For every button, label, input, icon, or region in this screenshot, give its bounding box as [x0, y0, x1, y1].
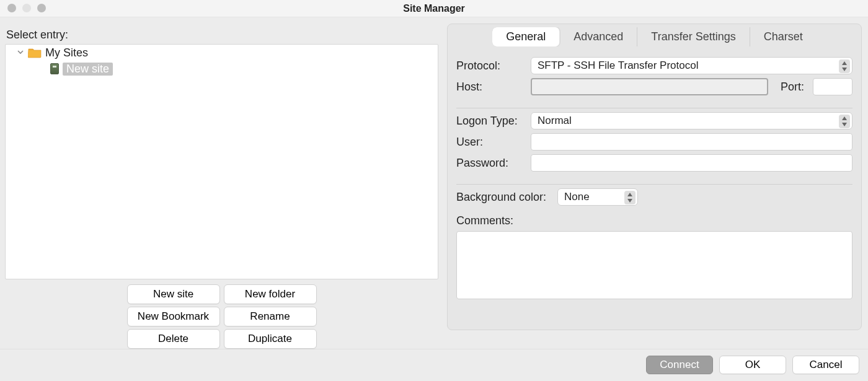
bottom-bar: Connect OK Cancel: [0, 349, 868, 380]
new-folder-button[interactable]: New folder: [224, 284, 317, 304]
divider: [456, 184, 852, 185]
updown-icon: [839, 59, 850, 73]
updown-icon: [624, 191, 636, 204]
updown-icon: [839, 115, 850, 128]
logon-type-label: Logon Type:: [456, 115, 525, 128]
duplicate-button[interactable]: Duplicate: [224, 329, 317, 349]
user-input[interactable]: [531, 133, 852, 151]
left-column: Select entry: My Sites New site: [0, 17, 443, 349]
user-label: User:: [456, 136, 525, 149]
divider: [456, 108, 852, 108]
protocol-label: Protocol:: [456, 59, 525, 72]
tree-root-label: My Sites: [45, 46, 88, 59]
tree-root-row[interactable]: My Sites: [6, 45, 438, 61]
logon-type-value: Normal: [538, 115, 572, 127]
svg-marker-2: [842, 116, 847, 120]
titlebar: Site Manager: [0, 0, 868, 17]
bgcolor-value: None: [564, 191, 590, 203]
ok-button[interactable]: OK: [719, 356, 786, 374]
right-column: General Advanced Transfer Settings Chars…: [443, 17, 868, 349]
delete-button[interactable]: Delete: [127, 329, 220, 349]
tab-charset[interactable]: Charset: [750, 27, 817, 46]
select-entry-label: Select entry:: [5, 24, 438, 44]
rename-button[interactable]: Rename: [224, 307, 317, 326]
port-label: Port:: [774, 81, 807, 94]
site-tree[interactable]: My Sites New site: [5, 44, 438, 279]
content: Select entry: My Sites New site: [0, 17, 868, 349]
bgcolor-label: Background color:: [456, 191, 551, 204]
cancel-button[interactable]: Cancel: [792, 356, 859, 374]
general-form: Protocol: SFTP - SSH File Transfer Proto…: [448, 48, 861, 302]
connect-button[interactable]: Connect: [646, 356, 713, 374]
password-input[interactable]: [531, 154, 852, 172]
port-input[interactable]: [813, 78, 852, 95]
new-bookmark-button[interactable]: New Bookmark: [127, 307, 220, 326]
host-label: Host:: [456, 81, 525, 94]
folder-icon: [28, 47, 42, 58]
chevron-down-icon[interactable]: [17, 48, 24, 57]
host-input[interactable]: [531, 78, 768, 95]
settings-panel: General Advanced Transfer Settings Chars…: [447, 24, 862, 330]
tab-advanced[interactable]: Advanced: [560, 27, 637, 46]
svg-marker-0: [842, 61, 847, 65]
password-label: Password:: [456, 157, 525, 170]
logon-type-select[interactable]: Normal: [531, 112, 852, 129]
svg-marker-3: [842, 123, 847, 126]
protocol-select-value: SFTP - SSH File Transfer Protocol: [538, 59, 698, 72]
bgcolor-select[interactable]: None: [557, 188, 638, 206]
tree-item-label: New site: [63, 63, 113, 76]
protocol-select[interactable]: SFTP - SSH File Transfer Protocol: [531, 57, 852, 74]
tab-general[interactable]: General: [492, 27, 560, 46]
comments-textarea[interactable]: [456, 231, 852, 299]
window-title: Site Manager: [0, 0, 868, 17]
tree-item-row[interactable]: New site: [6, 61, 438, 77]
server-icon: [50, 63, 59, 74]
svg-marker-4: [627, 193, 632, 196]
svg-marker-5: [627, 199, 632, 203]
new-site-button[interactable]: New site: [127, 284, 220, 304]
tab-bar: General Advanced Transfer Settings Chars…: [448, 24, 861, 48]
tab-transfer-settings[interactable]: Transfer Settings: [637, 27, 750, 46]
site-action-buttons: New site New folder New Bookmark Rename …: [127, 284, 317, 349]
comments-label: Comments:: [456, 209, 852, 227]
svg-marker-1: [842, 68, 847, 71]
